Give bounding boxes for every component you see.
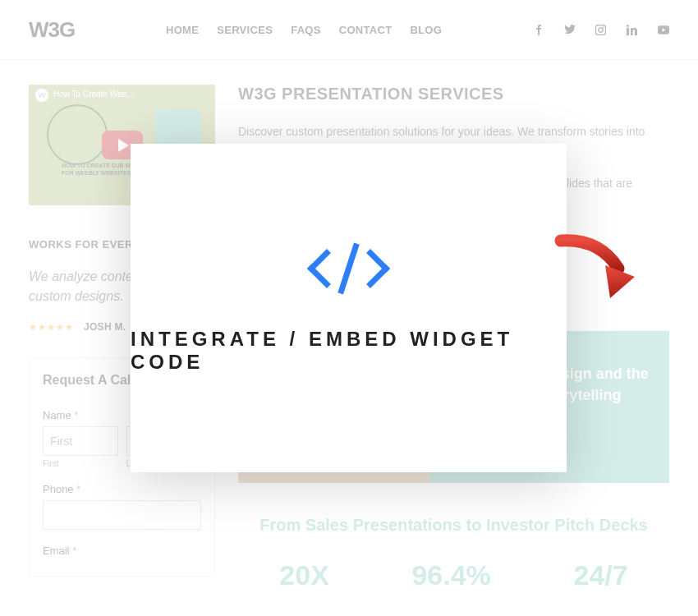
attention-arrow-icon [554, 234, 645, 308]
code-icon [313, 242, 384, 295]
modal-title: INTEGRATE / EMBED WIDGET CODE [131, 328, 567, 374]
embed-widget-modal: INTEGRATE / EMBED WIDGET CODE [131, 144, 567, 472]
